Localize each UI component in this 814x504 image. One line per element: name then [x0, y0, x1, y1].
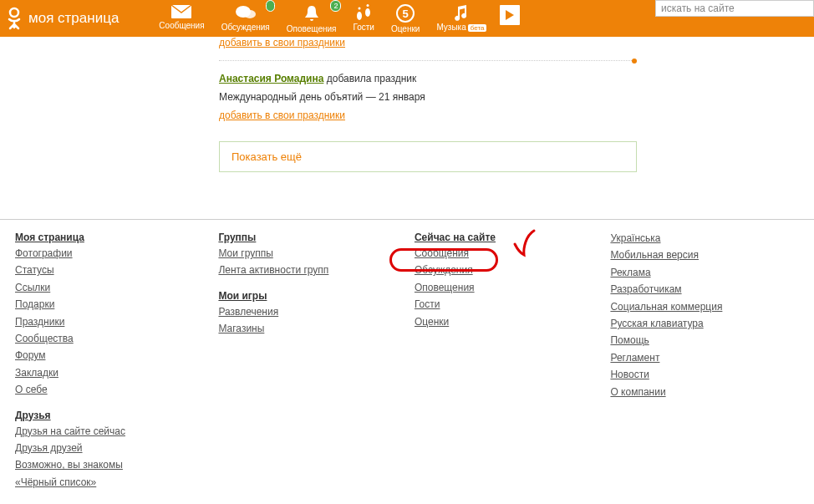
footer-link[interactable]: Українська [610, 232, 752, 246]
footer-link[interactable]: Закладки [15, 366, 171, 380]
footer-col-3: Сейчас на сайте СообщенияОбсужденияОпове… [415, 232, 564, 492]
nav-menu: Сообщения Обсуждения 2 Оповещения Гости … [150, 2, 520, 35]
footer-link[interactable]: Мобильная версия [610, 248, 752, 262]
feed-body-text: Международный день объятий — 21 января [219, 91, 637, 103]
footer-col-2: Группы Мои группыЛента активности групп … [218, 232, 368, 492]
nav-ratings[interactable]: 5 Оценки [383, 2, 428, 35]
logo[interactable]: моя страница [0, 7, 127, 30]
footer-link[interactable]: Статусы [15, 263, 171, 277]
footer-link[interactable]: Сообщества [15, 332, 171, 346]
footer-link[interactable]: Русская клавиатура [610, 317, 752, 331]
svg-point-5 [365, 8, 370, 17]
footer-link[interactable]: Возможно, вы знакомы [15, 458, 171, 472]
footer-link[interactable]: Разработчикам [610, 283, 752, 297]
footer-link[interactable]: Реклама [610, 266, 752, 280]
top-nav-bar: моя страница Сообщения Обсуждения 2 Опов… [0, 0, 814, 37]
footer-link[interactable]: Новости [610, 368, 752, 382]
footer-link[interactable]: Мои группы [218, 247, 368, 261]
footer-heading-my-page[interactable]: Моя страница [15, 232, 171, 243]
footer-link[interactable]: Фотографии [15, 247, 171, 261]
footer-link[interactable]: Регламент [610, 351, 752, 365]
footer-links-1: ФотографииСтатусыСсылкиПодаркиПраздникиС… [15, 247, 171, 398]
footer: Моя страница ФотографииСтатусыСсылкиПода… [0, 219, 814, 504]
footprints-icon [354, 4, 373, 21]
footer-links-2: Мои группыЛента активности групп [218, 247, 368, 278]
beta-tag: бета [468, 24, 487, 32]
footer-heading-now-online[interactable]: Сейчас на сайте [415, 232, 564, 243]
nav-notifications[interactable]: 2 Оповещения [278, 2, 345, 35]
footer-col-4: УкраїнськаМобильная версияРекламаРазрабо… [610, 232, 752, 492]
notifications-badge: 2 [330, 0, 341, 12]
svg-point-3 [244, 10, 256, 18]
footer-links-2b: РазвлеченияМагазины [218, 305, 368, 337]
nav-music[interactable]: Музыкабета [428, 2, 495, 35]
chat-icon [235, 4, 257, 21]
rating-icon: 5 [396, 4, 415, 23]
feed-action-text: добавила праздник [327, 73, 417, 84]
envelope-icon [170, 4, 192, 19]
show-more-button[interactable]: Показать ещё [219, 141, 637, 172]
footer-link[interactable]: Оценки [415, 315, 564, 329]
footer-links-4: УкраїнськаМобильная версияРекламаРазрабо… [610, 232, 752, 400]
footer-link[interactable]: Сообщения [415, 247, 564, 261]
discussions-badge [266, 0, 275, 12]
footer-link[interactable]: Лента активности групп [218, 263, 368, 277]
footer-link[interactable]: Развлечения [218, 305, 368, 319]
footer-link[interactable]: Ссылки [15, 281, 171, 295]
nav-guests[interactable]: Гости [344, 2, 382, 35]
feed-item: Анастасия Ромадина добавила праздник Меж… [219, 73, 637, 121]
ok-logo-icon [5, 7, 23, 30]
footer-link[interactable]: Друзья друзей [15, 441, 171, 456]
search-input[interactable] [655, 0, 814, 17]
footer-link[interactable]: О себе [15, 383, 171, 397]
svg-point-0 [10, 8, 18, 17]
footer-link[interactable]: Магазины [218, 322, 368, 336]
music-icon [453, 4, 470, 21]
footer-links-1b: Друзья на сайте сейчасДрузья друзейВозмо… [15, 425, 171, 491]
footer-link[interactable]: О компании [610, 385, 752, 400]
play-button[interactable] [500, 5, 520, 25]
nav-discussions[interactable]: Обсуждения [213, 2, 278, 35]
main-content: добавить в свои праздники Анастасия Рома… [219, 37, 637, 172]
svg-text:5: 5 [403, 8, 409, 20]
add-holiday-link[interactable]: добавить в свои праздники [219, 109, 345, 121]
svg-point-4 [357, 12, 362, 20]
nav-messages[interactable]: Сообщения [150, 2, 212, 35]
bell-icon [303, 4, 320, 23]
feed-divider [219, 60, 637, 61]
footer-col-1: Моя страница ФотографииСтатусыСсылкиПода… [15, 232, 171, 492]
footer-link[interactable]: Социальная коммерция [610, 300, 752, 314]
footer-link[interactable]: Друзья на сайте сейчас [15, 425, 171, 439]
feed-author-link[interactable]: Анастасия Ромадина [219, 73, 323, 84]
page-title: моя страница [28, 10, 119, 27]
add-holiday-link-top[interactable]: добавить в свои праздники [219, 37, 345, 48]
footer-link[interactable]: Обсуждения [415, 263, 564, 277]
footer-link[interactable]: Оповещения [415, 281, 564, 295]
footer-link[interactable]: Гости [415, 298, 564, 312]
footer-link[interactable]: «Чёрный список» [15, 476, 171, 490]
footer-link[interactable]: Подарки [15, 298, 171, 312]
footer-link[interactable]: Помощь [610, 333, 752, 348]
footer-link[interactable]: Праздники [15, 315, 171, 329]
footer-heading-games[interactable]: Мои игры [218, 290, 368, 302]
footer-links-3: СообщенияОбсужденияОповещенияГостиОценки [415, 247, 564, 329]
search-box [655, 0, 814, 17]
svg-point-7 [367, 4, 369, 7]
footer-heading-friends[interactable]: Друзья [15, 410, 171, 421]
svg-point-6 [359, 8, 361, 10]
footer-heading-groups[interactable]: Группы [218, 232, 368, 243]
footer-link[interactable]: Форум [15, 349, 171, 363]
play-icon [505, 9, 515, 21]
